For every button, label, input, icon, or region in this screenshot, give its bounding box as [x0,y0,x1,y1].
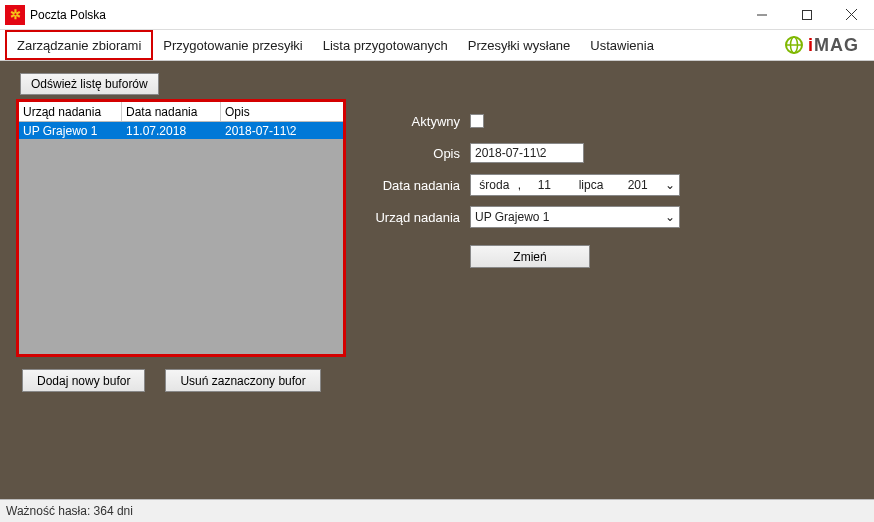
buffer-table: Urząd nadania Data nadania Opis UP Graje… [16,99,346,357]
window-title: Poczta Polska [30,8,739,22]
content-area: Odśwież listę buforów Urząd nadania Data… [0,61,874,499]
minimize-button[interactable] [739,0,784,30]
add-buffer-button[interactable]: Dodaj nowy bufor [22,369,145,392]
cell-office: UP Grajewo 1 [19,122,122,139]
label-desc: Opis [360,146,470,161]
menu-lista[interactable]: Lista przygotowanych [313,30,458,60]
app-icon: ✲ [5,5,25,25]
globe-icon [784,35,804,55]
close-icon [846,9,857,20]
menu-zarzadzanie[interactable]: Zarządzanie zbiorami [5,30,153,60]
menu-ustawienia[interactable]: Ustawienia [580,30,664,60]
table-row[interactable]: UP Grajewo 1 11.07.2018 2018-07-11\2 [19,122,343,139]
desc-input[interactable] [470,143,584,163]
col-desc[interactable]: Opis [221,102,343,121]
chevron-down-icon: ⌄ [661,178,679,192]
menu-bar: Zarządzanie zbiorami Przygotowanie przes… [0,30,874,61]
status-text: Ważność hasła: 364 dni [6,504,133,518]
office-select[interactable]: UP Grajewo 1 ⌄ [470,206,680,228]
change-button[interactable]: Zmień [470,245,590,268]
cell-desc: 2018-07-11\2 [221,122,343,139]
status-bar: Ważność hasła: 364 dni [0,499,874,522]
edit-form: Aktywny Opis Data nadania środa , 11 lip… [360,105,680,268]
menu-wyslane[interactable]: Przesyłki wysłane [458,30,581,60]
brand-logo: iMAG [784,30,869,60]
title-bar: ✲ Poczta Polska [0,0,874,30]
active-checkbox[interactable] [470,114,484,128]
maximize-button[interactable] [784,0,829,30]
minimize-icon [757,10,767,20]
menu-przygotowanie[interactable]: Przygotowanie przesyłki [153,30,312,60]
delete-buffer-button[interactable]: Usuń zaznaczony bufor [165,369,320,392]
label-active: Aktywny [360,114,470,129]
chevron-down-icon: ⌄ [661,210,679,224]
col-office[interactable]: Urząd nadania [19,102,122,121]
close-button[interactable] [829,0,874,30]
table-header: Urząd nadania Data nadania Opis [19,102,343,122]
date-picker[interactable]: środa , 11 lipca 201 ⌄ [470,174,680,196]
label-date: Data nadania [360,178,470,193]
svg-rect-1 [802,10,811,19]
cell-date: 11.07.2018 [122,122,221,139]
refresh-button[interactable]: Odśwież listę buforów [20,73,159,95]
col-date[interactable]: Data nadania [122,102,221,121]
label-office: Urząd nadania [360,210,470,225]
maximize-icon [802,10,812,20]
